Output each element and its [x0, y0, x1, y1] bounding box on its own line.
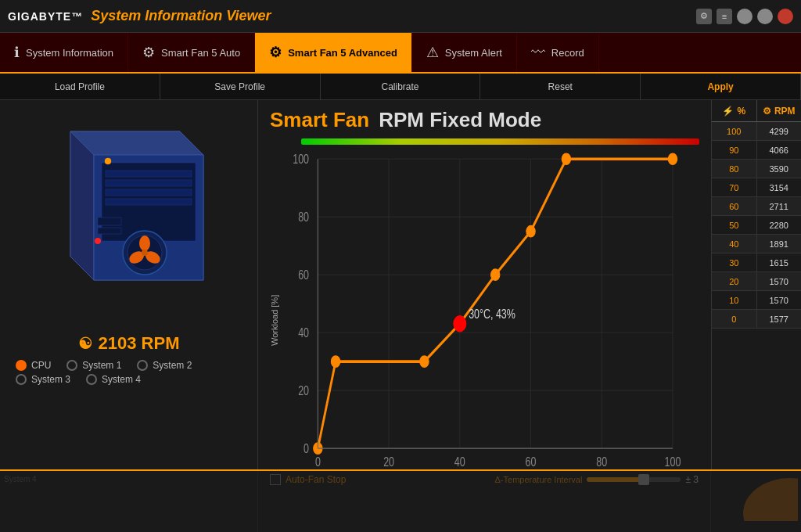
rpm-row: 80 3590 — [712, 160, 801, 178]
rpm-row: 70 3154 — [712, 178, 801, 197]
svg-point-51 — [562, 153, 570, 164]
chart-wrapper: Workload [%] .grid-line { stroke: #333; … — [270, 148, 699, 493]
fan-sources: CPU System 1 System 2 System 3 System 4 — [8, 360, 250, 385]
fan-source-system1[interactable]: System 1 — [66, 360, 121, 371]
nav-smart-fan-auto[interactable]: ⚙ Smart Fan 5 Auto — [128, 33, 255, 72]
nav-record-label: Record — [551, 47, 584, 59]
rpm-cell-val: 4066 — [757, 141, 802, 159]
close-button[interactable] — [778, 9, 793, 24]
rpm-cell-pct: 20 — [712, 272, 757, 290]
rpm-row: 40 1891 — [712, 235, 801, 253]
nav-bar: ℹ System Information ⚙ Smart Fan 5 Auto … — [0, 33, 801, 74]
svg-text:80: 80 — [596, 455, 607, 469]
svg-rect-8 — [106, 199, 192, 205]
gradient-bar-container — [270, 138, 699, 145]
rpm-value: 2103 RPM — [99, 333, 180, 354]
maximize-button[interactable] — [757, 9, 773, 24]
svg-text:20: 20 — [383, 455, 394, 469]
svg-point-14 — [142, 250, 148, 256]
rpm-cell-pct: 90 — [712, 141, 757, 159]
rpm-table-body: 100 4299 90 4066 80 3590 70 3154 60 2711… — [712, 122, 801, 469]
nav-smart-fan-advanced[interactable]: ⚙ Smart Fan 5 Advanced — [255, 33, 412, 72]
save-profile-button[interactable]: Save Profile — [160, 74, 321, 99]
fan-source-cpu[interactable]: CPU — [16, 360, 51, 371]
chart-title-orange: Smart Fan — [270, 108, 369, 132]
cpu-dot — [16, 360, 27, 371]
app-logo: GIGABYTE™ — [8, 10, 83, 23]
system1-label: System 1 — [82, 360, 121, 371]
system3-label: System 3 — [31, 374, 70, 385]
rpm-cell-val: 2280 — [757, 216, 802, 234]
left-panel: ☯ 2103 RPM CPU System 1 System 2 System … — [0, 100, 258, 532]
rpm-cell-val: 1615 — [757, 253, 802, 271]
right-panel: ⚡ % ⚙ RPM 100 4299 90 4066 80 3590 70 31… — [711, 100, 801, 532]
minimize-button[interactable] — [737, 9, 753, 24]
apply-button[interactable]: Apply — [641, 74, 801, 99]
center-panel: Smart Fan RPM Fixed Mode Workload [%] .g… — [258, 100, 711, 532]
y-axis-label: Workload [%] — [270, 148, 279, 493]
svg-marker-2 — [70, 131, 94, 280]
toolbar: Load Profile Save Profile Calibrate Rese… — [0, 74, 801, 100]
rpm-header-label: RPM — [774, 106, 796, 117]
title-bar: GIGABYTE™ System Information Viewer ⚙ ≡ — [0, 0, 801, 33]
record-icon: 〰 — [531, 45, 545, 61]
reset-button[interactable]: Reset — [480, 74, 641, 99]
rpm-table-header: ⚡ % ⚙ RPM — [712, 100, 801, 122]
logo-text: GIGABYTE — [8, 10, 71, 23]
rpm-cell-val: 3154 — [757, 178, 802, 196]
system2-label: System 2 — [153, 360, 192, 371]
rpm-cell-pct: 50 — [712, 216, 757, 234]
rpm-icon: ☯ — [78, 334, 92, 353]
rpm-display: ☯ 2103 RPM — [78, 333, 180, 354]
svg-text:0: 0 — [304, 441, 309, 455]
nav-system-info-label: System Information — [26, 47, 113, 59]
rpm-row: 100 4299 — [712, 122, 801, 141]
svg-text:60: 60 — [298, 268, 309, 282]
svg-point-50 — [526, 226, 535, 237]
pc-visual — [23, 108, 235, 327]
svg-text:0: 0 — [315, 455, 321, 469]
svg-text:30°C, 43%: 30°C, 43% — [469, 307, 515, 321]
rpm-row: 30 1615 — [712, 253, 801, 272]
rpm-cell-pct: 60 — [712, 197, 757, 215]
svg-rect-7 — [106, 189, 192, 196]
menu-button[interactable]: ≡ — [717, 9, 732, 24]
svg-point-57 — [743, 478, 798, 521]
svg-text:100: 100 — [665, 455, 681, 469]
cpu-label: CPU — [31, 360, 51, 371]
bolt-icon: ⚡ — [722, 106, 734, 117]
nav-smart-fan-auto-label: Smart Fan 5 Auto — [161, 47, 240, 59]
svg-rect-6 — [106, 180, 192, 186]
system4-label: System 4 — [102, 374, 141, 385]
nav-system-info[interactable]: ℹ System Information — [0, 33, 128, 72]
load-profile-button[interactable]: Load Profile — [0, 74, 160, 99]
calibrate-button[interactable]: Calibrate — [321, 74, 481, 99]
system1-dot — [66, 360, 77, 371]
rpm-row: 20 1570 — [712, 272, 801, 291]
nav-system-alert[interactable]: ⚠ System Alert — [412, 33, 517, 72]
fan-icon-header: ⚙ — [763, 106, 771, 117]
settings-button[interactable]: ⚙ — [696, 9, 712, 24]
chart-title-white: RPM Fixed Mode — [379, 108, 541, 132]
system-info-icon: ℹ — [14, 44, 20, 61]
window-controls: ⚙ ≡ — [696, 9, 793, 24]
rpm-cell-pct: 0 — [712, 310, 757, 328]
nav-record[interactable]: 〰 Record — [517, 33, 599, 72]
fan-source-system3[interactable]: System 3 — [16, 374, 70, 385]
chart-svg-container: .grid-line { stroke: #333; stroke-width:… — [282, 148, 699, 493]
rpm-cell-pct: 80 — [712, 160, 757, 178]
main-content: ☯ 2103 RPM CPU System 1 System 2 System … — [0, 100, 801, 532]
rpm-row: 50 2280 — [712, 216, 801, 235]
rpm-col-pct-header: ⚡ % — [712, 100, 757, 121]
rpm-col-rpm-header: ⚙ RPM — [757, 100, 802, 121]
smart-fan-advanced-icon: ⚙ — [269, 44, 282, 61]
svg-text:80: 80 — [298, 210, 309, 225]
svg-text:40: 40 — [454, 455, 465, 469]
system-alert-icon: ⚠ — [426, 44, 439, 61]
fan-source-system4[interactable]: System 4 — [86, 374, 141, 385]
app-title: System Information Viewer — [91, 8, 696, 24]
bottom-reflection: System 4 Auto-Fan Stop Δ-Temperature Int… — [0, 469, 801, 532]
rpm-cell-val: 2711 — [757, 197, 802, 215]
fan-source-system2[interactable]: System 2 — [137, 360, 192, 371]
rpm-row: 0 1577 — [712, 310, 801, 329]
